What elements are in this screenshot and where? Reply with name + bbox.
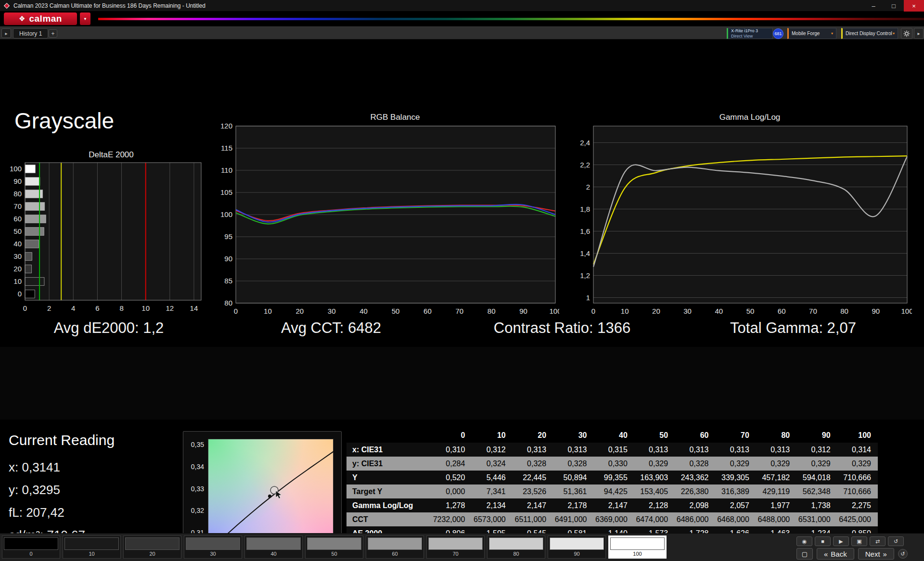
svg-text:50: 50: [746, 307, 755, 315]
refresh-icon[interactable]: ↺: [888, 536, 904, 546]
patch-button-90[interactable]: 90: [548, 536, 606, 559]
close-button[interactable]: ×: [904, 0, 924, 12]
deltae-chart: 024681012141009080706050403020100: [4, 158, 206, 319]
back-icon: «: [824, 550, 828, 558]
swap-icon[interactable]: ⇄: [870, 536, 886, 546]
table-cell: 0,314: [837, 443, 878, 457]
page-title: Grayscale: [14, 108, 114, 134]
settings-gear-icon[interactable]: [901, 28, 912, 39]
table-row: Target Y0,0007,34123,52651,36194,425153,…: [346, 484, 878, 498]
history-nav-arrow-icon[interactable]: ▸: [1, 28, 11, 38]
patch-button-80[interactable]: 80: [487, 536, 545, 559]
table-row-label: x: CIE31: [346, 443, 431, 457]
meter-read-icon[interactable]: ◉: [796, 536, 812, 546]
table-cell: 0,330: [593, 457, 634, 471]
logo-menu-caret-icon[interactable]: ▼: [80, 13, 90, 25]
display-control-button[interactable]: Direct Display Control ▾: [841, 28, 898, 39]
svg-text:1: 1: [586, 293, 590, 302]
patch-window-button[interactable]: ▢: [796, 548, 813, 560]
reading-y-value: y: 0,3295: [9, 483, 60, 497]
patch-level-label: 0: [29, 551, 32, 557]
patch-level-label: 80: [513, 551, 519, 557]
reading-fl-value: fL: 207,42: [9, 505, 64, 520]
table-cell: 0,329: [634, 457, 675, 471]
maximize-button[interactable]: □: [884, 0, 904, 12]
patch-chip: [246, 537, 301, 550]
next-button[interactable]: Next »: [858, 548, 894, 560]
table-cell: 6511,000: [513, 512, 553, 526]
svg-text:120: 120: [220, 122, 232, 130]
locus-point: [268, 495, 271, 498]
table-cell: 710,666: [837, 471, 878, 484]
table-cell: 0,329: [756, 457, 796, 471]
patch-button-10[interactable]: 10: [63, 536, 121, 559]
table-cell: 7,341: [472, 484, 512, 498]
next-button-label: Next: [865, 550, 880, 558]
add-tab-button[interactable]: +: [49, 29, 57, 38]
table-column-header: 50: [634, 428, 675, 443]
svg-text:90: 90: [519, 307, 527, 315]
svg-text:6: 6: [95, 304, 99, 312]
back-button-label: Back: [831, 550, 847, 558]
table-cell: 2,178: [553, 498, 593, 512]
patch-button-50[interactable]: 50: [305, 536, 363, 559]
workflow-advance-icon[interactable]: ▸: [914, 28, 924, 39]
rgb-balance-chart: 8085909510010511011512001020304050607080…: [217, 122, 559, 322]
table-cell: 0,328: [553, 457, 593, 471]
calman-diamond-icon: ❖: [19, 14, 25, 23]
patch-level-label: 60: [392, 551, 398, 557]
table-cell: 0,328: [675, 457, 715, 471]
meter-status-badge[interactable]: 681: [773, 28, 783, 39]
svg-text:2: 2: [586, 183, 590, 191]
window-title: Calman 2023 Calman Ultimate for Business…: [13, 2, 205, 9]
table-cell: 22,445: [513, 471, 553, 484]
svg-text:100: 100: [901, 307, 912, 315]
patch-chip: [307, 537, 361, 550]
table-cell: 226,380: [675, 484, 715, 498]
calman-logo-text: calman: [29, 13, 62, 24]
calman-logo[interactable]: ❖ calman: [4, 13, 77, 25]
patch-button-70[interactable]: 70: [426, 536, 485, 559]
table-cell: 0,313: [513, 443, 553, 457]
table-cell: 0,313: [716, 443, 756, 457]
table-column-header: 80: [756, 428, 796, 443]
table-cell: 5,446: [472, 471, 512, 484]
svg-text:90: 90: [872, 307, 880, 315]
minimize-button[interactable]: –: [863, 0, 884, 12]
svg-text:60: 60: [13, 215, 22, 223]
next-icon: »: [883, 550, 887, 558]
patch-level-label: 20: [149, 551, 155, 557]
patch-button-0[interactable]: 0: [2, 536, 60, 559]
pattern-source-button[interactable]: Mobile Forge ▾: [787, 28, 836, 39]
table-cell: 0,324: [472, 457, 512, 471]
meter-device-button[interactable]: X-Rite i1Pro 3 Direct View: [727, 28, 773, 39]
table-cell: 429,119: [756, 484, 796, 498]
svg-text:1,8: 1,8: [580, 205, 590, 213]
patch-button-100[interactable]: 100: [608, 536, 667, 559]
table-cell: 0,329: [837, 457, 878, 471]
patch-chip: [550, 537, 604, 550]
svg-text:4: 4: [71, 304, 75, 312]
table-cell: 6573,000: [472, 512, 512, 526]
svg-text:30: 30: [328, 307, 336, 315]
stop-icon[interactable]: ■: [815, 536, 831, 546]
svg-text:40: 40: [715, 307, 723, 315]
repeat-icon[interactable]: ↺: [898, 549, 908, 559]
rgb-balance-plot: 8085909510010511011512001020304050607080…: [217, 122, 559, 320]
patch-button-60[interactable]: 60: [366, 536, 424, 559]
patch-button-20[interactable]: 20: [123, 536, 181, 559]
svg-text:40: 40: [13, 240, 22, 248]
patch-button-40[interactable]: 40: [244, 536, 303, 559]
chart-icon[interactable]: ▣: [851, 536, 867, 546]
table-cell: 243,362: [675, 471, 715, 484]
svg-text:80: 80: [224, 299, 232, 307]
tab-history-1[interactable]: History 1: [13, 28, 48, 38]
patch-chip: [64, 537, 119, 550]
table-cell: 94,425: [593, 484, 634, 498]
back-button[interactable]: « Back: [817, 548, 854, 560]
svg-text:90: 90: [13, 177, 22, 185]
table-cell: 2,147: [513, 498, 553, 512]
svg-text:10: 10: [141, 304, 150, 312]
patch-button-30[interactable]: 30: [184, 536, 242, 559]
play-icon[interactable]: ▶: [833, 536, 849, 546]
